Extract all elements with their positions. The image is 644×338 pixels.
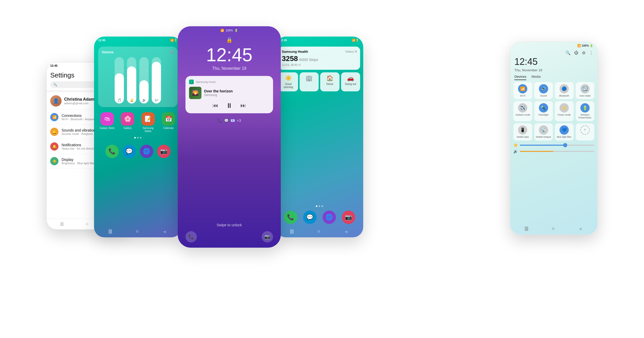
nav-home-4[interactable]: ○ xyxy=(318,229,320,235)
autorotate-tile-icon: ↩️ xyxy=(580,84,590,93)
volume-track-5[interactable] xyxy=(520,151,594,152)
steps-display: 3258 /6000 Steps xyxy=(282,55,357,63)
music-controls: ⏮ ⏸ ⏭ xyxy=(189,102,269,110)
qs-tile-bluelight[interactable]: 💙 Blue light filter xyxy=(555,123,574,141)
qs-tile-hotspot[interactable]: 📡 Mobile hotspot xyxy=(534,123,553,141)
tab-devices[interactable]: Devices xyxy=(514,75,526,80)
page-dots-4 xyxy=(276,204,363,209)
sound-icon: 🔔 xyxy=(50,128,58,136)
dock-row-2: 📞 💬 🌐 📷 xyxy=(98,143,177,160)
tile-work[interactable]: 🏢 xyxy=(300,72,319,91)
next-button[interactable]: ⏭ xyxy=(240,102,246,109)
dot-3 xyxy=(140,137,141,138)
nav-home-5[interactable]: ○ xyxy=(552,226,555,232)
app-gallery[interactable]: 🌸 Gallery xyxy=(119,112,137,133)
qs-tile-airplane[interactable]: ✈️ Airplane mode xyxy=(513,101,532,121)
qs-tile-sound[interactable]: 🔊 Sound xyxy=(534,82,553,99)
qs-tile-wifi[interactable]: 📶 Wi-Fi xyxy=(513,82,532,99)
dock-messages-2[interactable]: 💬 xyxy=(123,145,136,158)
volume-settings-icon[interactable]: ⚙️ xyxy=(170,50,174,54)
nav-back-2[interactable]: ＜ xyxy=(163,229,167,235)
dock-camera-4[interactable]: 📷 xyxy=(342,211,355,224)
qs-more-icon[interactable]: ⋮ xyxy=(589,50,593,55)
signal-3: 100% xyxy=(226,29,233,32)
qs-tile-power[interactable]: ⚡ Power mode xyxy=(555,101,574,121)
qs-tile-wireless[interactable]: 🔋 Wireless PowerShare xyxy=(576,101,595,121)
dock-messages-4[interactable]: 💬 xyxy=(303,211,317,224)
qs-time: 12:45 xyxy=(510,55,597,68)
nav-home-2[interactable]: ○ xyxy=(136,229,139,235)
battery-3: 🔋 xyxy=(234,29,238,32)
vol-slider-1[interactable]: 🎵 xyxy=(115,57,124,103)
status-bar-2: 12:45 📶🔋 xyxy=(94,37,182,44)
brightness-thumb xyxy=(563,143,567,147)
nav-recent-4[interactable]: ||| xyxy=(290,229,294,235)
dock-browser-2[interactable]: 🌐 xyxy=(140,145,153,158)
qs-tabs: Devices Media xyxy=(514,75,593,80)
music-app-name: Samsung music xyxy=(196,80,216,83)
music-info: Over the horizon Samsung xyxy=(204,89,269,97)
tab-media[interactable]: Media xyxy=(531,75,540,80)
vol-slider-2[interactable]: 🔔 xyxy=(127,57,136,103)
vol-slider-3[interactable]: 🔊 xyxy=(139,57,149,103)
dock-phone-2[interactable]: 📞 xyxy=(105,145,119,158)
brightness-track[interactable] xyxy=(520,145,594,146)
prev-button[interactable]: ⏮ xyxy=(213,102,218,109)
app-galaxy-store[interactable]: 🛍 Galaxy Store xyxy=(98,112,116,133)
app-samsung-notes[interactable]: 📝 Samsung Notes xyxy=(139,112,157,133)
qs-search-icon[interactable]: 🔍 xyxy=(565,50,571,55)
lock-icon: 🔒 xyxy=(226,37,233,43)
wireless-tile-icon: 🔋 xyxy=(580,103,590,112)
bluelight-tile-label: Blue light filter xyxy=(557,136,572,138)
lock-camera-shortcut[interactable]: 📷 xyxy=(262,231,273,242)
nav-home-1[interactable]: ○ xyxy=(86,222,88,226)
home-label: Home xyxy=(326,83,333,86)
brightness-control: ☀️ xyxy=(513,143,594,147)
play-pause-button[interactable]: ⏸ xyxy=(226,102,233,110)
vol-slider-4[interactable]: 🎶 xyxy=(152,57,161,103)
dot-4-3 xyxy=(321,205,323,207)
dock-phone-4[interactable]: 📞 xyxy=(284,211,297,224)
qs-tile-bluetooth[interactable]: 🔵 Bluetooth xyxy=(555,82,574,99)
tile-home[interactable]: 🏠 Home xyxy=(320,72,340,91)
lock-time: 12:45 xyxy=(206,46,252,64)
flashlight-tile-icon: 🔦 xyxy=(539,103,548,112)
tile-going-out[interactable]: 🚗 Going out xyxy=(341,72,360,91)
nav-back-4[interactable]: ＜ xyxy=(344,229,349,235)
galaxy-store-icon: 🛍 xyxy=(100,112,114,126)
health-header: Samsung Health Galaxy fit xyxy=(282,50,357,54)
phone-lockscreen: 📶 100% 🔋 🔒 12:45 Thu, November 19 ♪ Sams… xyxy=(178,26,281,248)
nav-recent-5[interactable]: ||| xyxy=(525,226,528,232)
qs-tile-autorotate[interactable]: ↩️ Auto rotate xyxy=(576,82,595,99)
phone-health: 12:45 📶🔋 Samsung Health Galaxy fit 3258 … xyxy=(276,37,363,237)
nav-back-5[interactable]: ＜ xyxy=(578,226,583,232)
status-icons-4: 📶🔋 xyxy=(352,39,359,42)
tile-morning[interactable]: ☀️ Good morning xyxy=(279,72,298,91)
notes-label: Samsung Notes xyxy=(139,127,157,133)
notif-msg: 💬 xyxy=(224,118,228,123)
music-card: ♪ Samsung music 🌄 Over the horizon Samsu… xyxy=(185,76,273,113)
qs-tile-data[interactable]: 📱 Mobile data xyxy=(513,123,532,141)
bluelight-tile-icon: 💙 xyxy=(560,125,569,135)
time-1: 12:45 xyxy=(50,64,57,67)
qs-power-icon[interactable]: ⏻ xyxy=(574,50,578,55)
lock-phone-shortcut[interactable]: 📞 xyxy=(185,231,197,242)
qs-tile-add[interactable]: + xyxy=(576,123,595,141)
nav-recent-1[interactable]: ||| xyxy=(60,222,63,226)
music-content: 🌄 Over the horizon Samsung xyxy=(189,87,269,99)
health-date: 11/19, 18:40 ↺ xyxy=(282,63,357,67)
wifi-icon-3: 📶 xyxy=(221,29,224,32)
qs-action-buttons: 🔍 ⏻ ⚙ ⋮ xyxy=(510,49,597,55)
avatar: 👤 xyxy=(50,95,62,107)
dock-browser-4[interactable]: 🌐 xyxy=(323,211,336,224)
qs-tile-flashlight[interactable]: 🔦 Flashlight xyxy=(534,101,553,121)
nav-recent-2[interactable]: ||| xyxy=(108,229,112,235)
dock-row-4: 📞 💬 🌐 📷 xyxy=(276,209,363,226)
power-tile-label: Power mode xyxy=(558,114,571,116)
app-calendar[interactable]: 📅 Calendar xyxy=(160,112,178,133)
phones-container: 12:45 📶🔋 100% Settings 🔍 👤 Christina Ada… xyxy=(39,21,605,317)
work-icon: 🏢 xyxy=(306,75,312,82)
music-artist: Samsung xyxy=(204,93,269,97)
dock-camera-2[interactable]: 📷 xyxy=(157,145,171,158)
qs-settings-icon[interactable]: ⚙ xyxy=(582,50,586,55)
